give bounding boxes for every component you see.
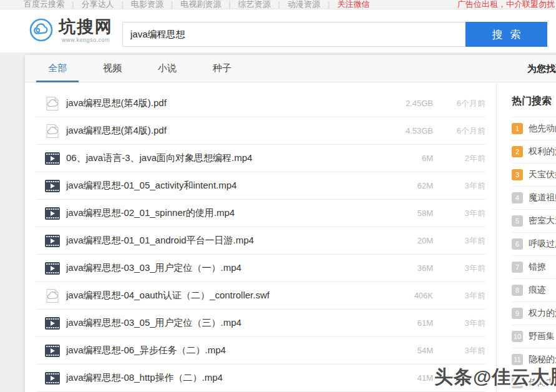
- tab-种子[interactable]: 种子: [201, 55, 243, 82]
- nav-item-follow-wechat[interactable]: 关注微信: [329, 0, 377, 9]
- video-file-icon: [45, 261, 60, 276]
- video-file-icon: [45, 151, 60, 166]
- hot-search-label[interactable]: 权力的游戏: [529, 308, 556, 319]
- result-filename[interactable]: java编程思想-01_05_activity和intent.mp4: [66, 180, 383, 192]
- nav-item[interactable]: 分享达人: [74, 0, 121, 9]
- result-filename[interactable]: 06、java语言-3、java面向对象思想编程.mp4: [66, 152, 383, 164]
- nav-item[interactable]: 电视剧资源: [173, 0, 228, 9]
- hot-search-label[interactable]: 他先动的: [529, 123, 556, 134]
- site-logo[interactable]: 坑搜网 www.kengso.com: [29, 17, 113, 45]
- rank-badge: 6: [512, 238, 523, 250]
- result-filename[interactable]: java编程思想-02_01_spinner的使用.mp4: [66, 207, 383, 219]
- rank-badge: 8: [512, 285, 523, 296]
- hot-search-item[interactable]: 7错撩: [512, 256, 556, 279]
- rank-badge: 9: [512, 308, 523, 319]
- hot-search-item[interactable]: 2权利的游戏: [512, 140, 556, 164]
- hot-search-label[interactable]: 传闻中的: [529, 377, 556, 388]
- results-found-note: 为您找到: [527, 55, 556, 82]
- result-filesize: 61M: [383, 318, 433, 328]
- nav-item[interactable]: 电影资源: [124, 0, 171, 9]
- result-filesize: 36M: [383, 263, 433, 273]
- rank-badge: 4: [512, 192, 523, 203]
- result-age: 3年前: [433, 318, 485, 329]
- result-filename[interactable]: java编程思想(第4版).pdf: [66, 125, 383, 137]
- rank-badge: 1: [512, 123, 523, 134]
- search-input[interactable]: [122, 22, 466, 47]
- hot-search-label[interactable]: 错撩: [529, 262, 546, 273]
- result-tabs: 全部视频小说种子为您找到: [25, 55, 556, 82]
- result-row[interactable]: java编程思想-06_异步任务（二）.mp454M3年前: [36, 337, 485, 365]
- cloud-file-icon: [45, 288, 60, 303]
- result-filename[interactable]: java编程思想-01_01_android平台一日游.mp4: [66, 235, 383, 247]
- result-row[interactable]: java编程思想-03_05_用户定位（三）.mp461M3年前: [36, 310, 485, 337]
- hot-search-label[interactable]: 呼吸过度: [529, 238, 556, 250]
- result-age: 6个月前: [433, 125, 485, 137]
- video-file-icon: [45, 206, 60, 221]
- result-filename[interactable]: java编程思想-03_05_用户定位（三）.mp4: [66, 317, 383, 329]
- site-name: 坑搜网: [59, 17, 113, 36]
- nav-item[interactable]: 动漫资源: [280, 0, 328, 9]
- result-row[interactable]: java编程思想-08_http操作（二）.mp441M3年前: [36, 365, 485, 392]
- result-row[interactable]: java编程思想-01_01_android平台一日游.mp420M3年前: [36, 227, 485, 255]
- cloud-search-logo-icon: [29, 17, 54, 45]
- result-filesize: 41M: [383, 373, 433, 383]
- result-filename[interactable]: java编程思想-06_异步任务（二）.mp4: [66, 345, 383, 356]
- result-row[interactable]: java编程思想-03_03_用户定位（一）.mp436M3年前: [36, 255, 485, 282]
- result-age: 3年前: [433, 290, 485, 301]
- hot-search-item[interactable]: 11隐秘的角落: [512, 348, 556, 371]
- search-button[interactable]: 搜索: [466, 22, 547, 47]
- nav-item[interactable]: 百度云搜索: [24, 0, 72, 9]
- video-file-icon: [45, 233, 60, 248]
- result-filesize: 54M: [383, 346, 433, 355]
- tab-全部[interactable]: 全部: [36, 55, 79, 82]
- hot-search-item[interactable]: 6呼吸过度: [512, 233, 556, 256]
- hot-search-label[interactable]: 魔道祖师: [529, 192, 556, 203]
- video-file-icon: [45, 343, 60, 358]
- content-area: java编程思想(第4版).pdf2.45GB6个月前java编程思想(第4版)…: [25, 82, 556, 392]
- result-row[interactable]: java编程思想-02_01_spinner的使用.mp458M3年前: [36, 200, 485, 227]
- result-age: 3年前: [433, 373, 485, 384]
- hot-search-item[interactable]: 3天宝伏妖录: [512, 164, 556, 187]
- nav-item[interactable]: 综艺资源: [231, 0, 278, 9]
- result-row[interactable]: java编程思想-01_05_activity和intent.mp462M3年前: [36, 172, 485, 200]
- result-filesize: 406K: [383, 291, 433, 300]
- hot-search-label[interactable]: 权利的游戏: [529, 146, 556, 157]
- cloud-file-icon: [45, 124, 60, 139]
- video-file-icon: [45, 371, 60, 386]
- hot-search-item[interactable]: 5密室大逃脱: [512, 210, 556, 233]
- result-row[interactable]: java编程思想-04_oauth认证（二）_controller.swf406…: [36, 282, 485, 310]
- hot-search-item[interactable]: 1他先动的: [512, 117, 556, 140]
- hot-search-item[interactable]: 9权力的游戏: [512, 302, 556, 325]
- rank-badge: 3: [512, 169, 523, 180]
- result-row[interactable]: 06、java语言-3、java面向对象思想编程.mp46M2年前: [36, 145, 485, 172]
- tab-小说[interactable]: 小说: [146, 55, 188, 82]
- result-filename[interactable]: java编程思想-04_oauth认证（二）_controller.swf: [66, 290, 383, 301]
- result-filesize: 2.45GB: [383, 99, 433, 108]
- site-url: www.kengso.com: [59, 37, 113, 43]
- hot-search-title: 热门搜索: [512, 82, 556, 117]
- hot-search-item[interactable]: 4魔道祖师: [512, 187, 556, 210]
- result-row[interactable]: java编程思想(第4版).pdf4.53GB6个月前: [36, 117, 485, 145]
- result-age: 3年前: [433, 263, 485, 274]
- hot-search-label[interactable]: 野画集: [529, 331, 555, 342]
- result-filesize: 6M: [383, 154, 433, 163]
- logo-text: 坑搜网 www.kengso.com: [59, 17, 113, 45]
- result-filesize: 20M: [383, 236, 433, 245]
- hot-search-item[interactable]: 12传闻中的: [512, 371, 556, 392]
- result-filename[interactable]: java编程思想(第4版).pdf: [66, 97, 383, 109]
- main-panel: 全部视频小说种子为您找到 java编程思想(第4版).pdf2.45GB6个月前…: [25, 55, 556, 392]
- result-row[interactable]: java编程思想(第4版).pdf2.45GB6个月前: [36, 90, 485, 117]
- hot-search-item[interactable]: 10野画集: [512, 325, 556, 348]
- hot-search-label[interactable]: 天宝伏妖录: [529, 169, 556, 180]
- rank-badge: 5: [512, 215, 523, 227]
- hot-search-item[interactable]: 8痕迹: [512, 279, 556, 302]
- hot-search-label[interactable]: 痕迹: [529, 285, 546, 296]
- hot-search-label[interactable]: 密室大逃脱: [529, 215, 556, 227]
- hot-search-label[interactable]: 隐秘的角落: [529, 354, 556, 365]
- result-age: 6个月前: [433, 98, 485, 109]
- result-filesize: 4.53GB: [383, 126, 433, 135]
- ad-banner-text: 广告位出租，中介联盟勿扰: [457, 0, 555, 9]
- result-filename[interactable]: java编程思想-03_03_用户定位（一）.mp4: [66, 262, 383, 274]
- result-filename[interactable]: java编程思想-08_http操作（二）.mp4: [66, 372, 383, 384]
- tab-视频[interactable]: 视频: [91, 55, 134, 82]
